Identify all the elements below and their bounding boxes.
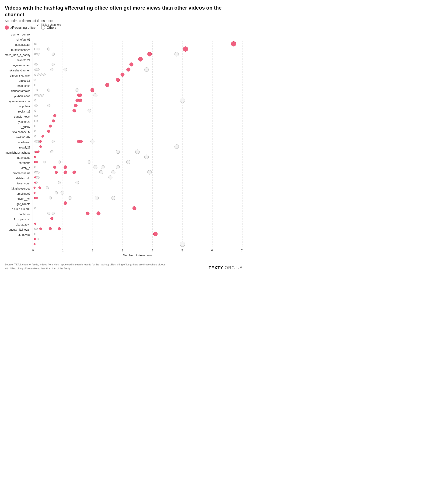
dot-others: [180, 242, 185, 247]
dot-recruiting: [34, 187, 36, 189]
dot-recruiting: [34, 156, 36, 158]
dot-others: [60, 191, 64, 195]
dot-others: [36, 115, 38, 117]
chart-row: [32, 195, 243, 201]
dot-recruiting: [133, 206, 136, 210]
dot-others: [50, 68, 53, 71]
dot-others: [93, 165, 97, 169]
y-label: pryamamovalvova: [8, 99, 30, 104]
dot-others: [47, 48, 50, 51]
chart-row: [32, 93, 243, 98]
dot-others: [36, 120, 38, 122]
chart-row: [32, 88, 243, 93]
dot-recruiting: [147, 52, 152, 57]
legend-recruiting: #Recruiting office: [5, 25, 35, 30]
y-label: anyuta_litvinova_: [9, 227, 30, 232]
dot-others: [34, 233, 36, 235]
dot-others: [34, 207, 36, 209]
dot-others: [64, 68, 67, 71]
tiktok-annotation-text: TikTok channels: [41, 23, 61, 26]
x-axis-label: 0: [32, 249, 34, 252]
dot-others: [174, 52, 179, 57]
dot-recruiting: [40, 228, 42, 230]
dot-recruiting: [47, 130, 50, 133]
dot-others: [34, 99, 36, 102]
y-label: gormon_control: [11, 32, 30, 37]
dot-others: [34, 125, 36, 127]
dot-others: [144, 155, 149, 159]
chart-row: [32, 216, 243, 221]
dot-others: [34, 130, 36, 132]
y-label: dimon_stepanyk: [10, 73, 30, 78]
arrow-icon: ↙: [37, 23, 40, 27]
y-label: vita.channel.tv: [12, 130, 30, 135]
y-label: donborov: [19, 212, 30, 217]
x-axis-label: 4: [152, 249, 153, 252]
dot-others: [34, 166, 36, 168]
chart-row: [32, 139, 243, 144]
y-label: rakker1987: [16, 135, 30, 140]
dot-others: [37, 48, 40, 50]
dot-others: [144, 67, 149, 72]
chart-row: [32, 113, 243, 118]
chart-row: [32, 72, 243, 77]
dot-recruiting: [96, 212, 100, 215]
dot-recruiting: [105, 83, 109, 87]
dot-others: [36, 89, 38, 91]
dot-others: [52, 63, 55, 66]
chart-row: [32, 129, 243, 134]
chart-row: [32, 57, 243, 62]
dot-others: [58, 161, 61, 164]
x-axis-label: 7: [241, 249, 243, 252]
chart-row: [32, 237, 243, 242]
dot-others: [116, 150, 120, 154]
dot-others: [68, 196, 72, 200]
x-axis-label: 5: [181, 249, 183, 252]
dot-recruiting: [72, 109, 76, 113]
chart-row: [32, 77, 243, 82]
dot-others: [37, 171, 40, 174]
dot-recruiting: [52, 120, 55, 123]
dot-others: [37, 68, 40, 71]
dot-others: [109, 176, 112, 180]
chart-row: [32, 98, 243, 103]
y-label: amplitude7: [16, 191, 30, 196]
y-label: royally21: [19, 145, 30, 150]
dot-recruiting: [153, 232, 158, 236]
dot-others: [36, 64, 38, 65]
chart-row: [32, 242, 243, 247]
dot-recruiting: [41, 135, 44, 138]
chart-row: [32, 201, 243, 206]
dot-recruiting: [36, 161, 38, 163]
dot-others: [76, 89, 79, 92]
y-label: for...news1: [17, 232, 30, 237]
chart-row: [32, 62, 243, 67]
dot-others: [40, 74, 42, 76]
chart-row: [32, 118, 243, 123]
dot-recruiting: [34, 176, 36, 179]
dot-others: [34, 110, 36, 112]
y-label: yevheniiaaaa: [14, 94, 30, 99]
y-label: rr.advokat: [18, 140, 30, 145]
dot-others: [127, 160, 130, 164]
chart-row: [32, 226, 243, 231]
dot-recruiting: [64, 165, 67, 169]
dot-recruiting: [127, 68, 130, 72]
dot-others: [36, 228, 38, 230]
y-label: seven__vd: [17, 196, 30, 201]
x-axis: 01234567: [32, 247, 243, 252]
y-label: igor_nimets: [16, 201, 30, 207]
chart-row: [32, 103, 243, 108]
dot-recruiting: [34, 243, 36, 245]
x-axis-label: 1: [62, 249, 64, 252]
dot-others: [38, 53, 40, 56]
dot-others: [49, 196, 52, 200]
dot-recruiting: [64, 201, 67, 205]
y-label: bulatrickster: [15, 42, 30, 47]
chart-row: [32, 221, 243, 226]
dot-others: [90, 139, 94, 144]
dot-others: [34, 84, 36, 86]
dot-others: [52, 140, 55, 143]
dot-others: [41, 94, 44, 97]
dot-others: [111, 170, 115, 174]
